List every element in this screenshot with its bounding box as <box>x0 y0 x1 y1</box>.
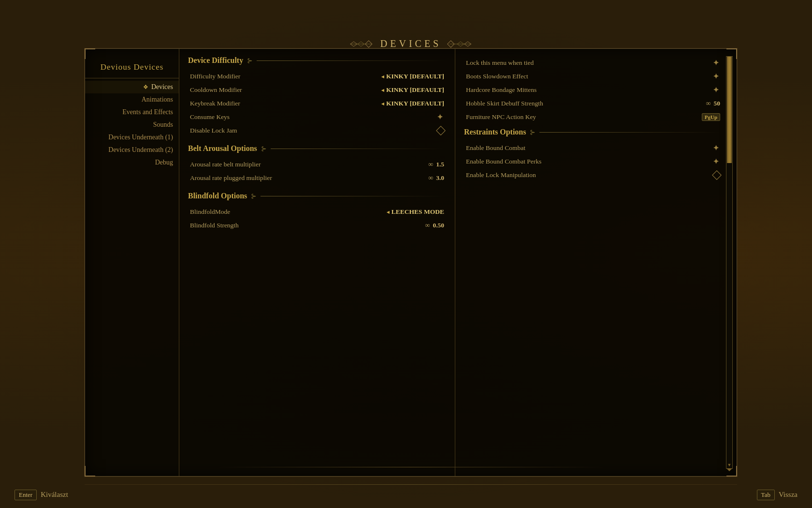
setting-enable-lock-manipulation[interactable]: Enable Lock Manipulation <box>464 168 722 182</box>
arrow-left-cooldown: ◂ <box>381 87 384 93</box>
setting-difficulty-modifier[interactable]: Difficulty Modifier ◂ KINKY [DEFAULT] <box>188 70 446 83</box>
scrollbar-container[interactable]: ▲ ▼ <box>726 56 733 469</box>
setting-arousal-plugged[interactable]: Arousal rate plugged multiplier ∞ 3.0 <box>188 171 446 185</box>
sidebar: Devious Devices ❖ Devices Animations Eve… <box>85 49 179 476</box>
setting-consume-keys[interactable]: Consume Keys ✦ <box>188 110 446 124</box>
section-line-1 <box>257 60 446 61</box>
right-ornament <box>447 40 474 48</box>
sidebar-item-devices-under-2[interactable]: Devices Underneath (2) <box>85 144 179 156</box>
enter-hint: Enter Kiválaszt <box>14 490 68 500</box>
sidebar-item-devices-under-1-label: Devices Underneath (1) <box>108 134 173 141</box>
setting-label-cooldown: Cooldown Modifier <box>190 86 242 94</box>
setting-blindfold-strength[interactable]: Blindfold Strength ∞ 0.50 <box>188 219 446 232</box>
setting-furniture-npc[interactable]: Furniture NPC Action Key PgUp <box>464 110 722 124</box>
diamond-icon-lock-jam <box>436 126 446 135</box>
section-line-3 <box>261 196 446 196</box>
scrollbar-track: ▲ ▼ <box>726 56 733 469</box>
setting-value-blindfold-strength: ∞ 0.50 <box>425 222 444 229</box>
right-top-section: Lock this menu when tied ✦ Boots Slowdow… <box>464 56 722 124</box>
setting-enable-bound-combat-perks[interactable]: Enable Bound Combat Perks ✦ <box>464 155 722 168</box>
title-bar: DEVICES <box>348 38 474 49</box>
setting-label-enable-lock-manipulation: Enable Lock Manipulation <box>466 171 536 179</box>
setting-blindfold-mode[interactable]: BlindfoldMode ◂ LEECHES MODE <box>188 205 446 219</box>
content-right: Lock this menu when tied ✦ Boots Slowdow… <box>455 49 737 476</box>
setting-hardcore-mittens[interactable]: Hardcore Bondage Mittens ✦ <box>464 83 722 97</box>
setting-value-enable-lock-manipulation <box>713 172 720 179</box>
sidebar-item-debug[interactable]: Debug <box>85 156 179 169</box>
content-area: Device Difficulty ⊱ Difficulty Modifier … <box>179 49 737 476</box>
setting-label-enable-bound-combat-perks: Enable Bound Combat Perks <box>466 158 541 165</box>
sidebar-item-devices-under-2-label: Devices Underneath (2) <box>108 146 173 154</box>
setting-arousal-belt[interactable]: Arousal rate belt multiplier ∞ 1.5 <box>188 158 446 171</box>
section-ornament-1: ⊱ <box>247 57 253 65</box>
sidebar-item-devices-under-1[interactable]: Devices Underneath (1) <box>85 131 179 144</box>
panel-bottom-deco <box>216 467 607 467</box>
setting-label-hardcore-mittens: Hardcore Bondage Mittens <box>466 86 536 94</box>
arrow-left-difficulty: ◂ <box>381 74 384 80</box>
setting-label-lock-menu: Lock this menu when tied <box>466 59 534 67</box>
cross-icon-consume: ✦ <box>435 113 444 121</box>
setting-value-hobble-skirt: ∞ 50 <box>706 100 720 107</box>
diamond-icon-lock-manipulation <box>712 170 722 180</box>
setting-disable-lock-jam[interactable]: Disable Lock Jam <box>188 124 446 137</box>
setting-value-furniture-npc: PgUp <box>702 113 720 121</box>
setting-label-boots-slowdown: Boots Slowdown Effect <box>466 73 528 80</box>
setting-label-enable-bound-combat: Enable Bound Combat <box>466 144 525 152</box>
setting-value-cooldown: ◂ KINKY [DEFAULT] <box>381 86 444 94</box>
section-ornament-restraints: ⊱ <box>530 128 536 136</box>
section-label-blindfold: Blindfold Options <box>188 192 247 200</box>
section-ornament-3: ⊱ <box>251 192 257 200</box>
content-left: Device Difficulty ⊱ Difficulty Modifier … <box>179 49 455 476</box>
sidebar-item-events-effects[interactable]: Events and Effects <box>85 106 179 119</box>
cross-icon-bound-combat-perks: ✦ <box>711 157 720 166</box>
tab-badge: Tab <box>757 490 775 500</box>
setting-boots-slowdown[interactable]: Boots Slowdown Effect ✦ <box>464 70 722 83</box>
section-header-belt: Belt Arousal Options ⊱ <box>188 144 446 153</box>
page-title: DEVICES <box>380 38 441 49</box>
sidebar-item-animations-label: Animations <box>142 96 173 104</box>
setting-label-blindfold-mode: BlindfoldMode <box>190 208 230 216</box>
scrollbar-thumb[interactable] <box>727 57 732 163</box>
device-icon: ❖ <box>143 84 148 91</box>
setting-cooldown-modifier[interactable]: Cooldown Modifier ◂ KINKY [DEFAULT] <box>188 83 446 97</box>
section-label-device-difficulty: Device Difficulty <box>188 56 243 65</box>
infinity-icon-blindfold: ∞ <box>425 222 430 229</box>
sidebar-item-sounds-label: Sounds <box>153 121 173 129</box>
section-label-belt: Belt Arousal Options <box>188 144 257 153</box>
setting-enable-bound-combat[interactable]: Enable Bound Combat ✦ <box>464 141 722 155</box>
key-badge-pgup: PgUp <box>702 113 720 121</box>
sidebar-item-sounds[interactable]: Sounds <box>85 119 179 131</box>
enter-hint-text: Kiválaszt <box>41 491 68 499</box>
setting-value-boots-slowdown: ✦ <box>711 72 720 81</box>
sidebar-item-debug-label: Debug <box>155 159 173 166</box>
sidebar-item-devices[interactable]: ❖ Devices <box>85 81 179 93</box>
setting-value-keybreak: ◂ KINKY [DEFAULT] <box>381 100 444 107</box>
scrollbar-arrow-down[interactable]: ▼ <box>727 463 732 467</box>
section-header-restraints: Restraints Options ⊱ <box>464 128 722 136</box>
setting-value-difficulty: ◂ KINKY [DEFAULT] <box>381 73 444 80</box>
sidebar-title: Devious Devices <box>85 59 179 78</box>
setting-label-disable-lock-jam: Disable Lock Jam <box>190 127 237 134</box>
setting-label-furniture-npc: Furniture NPC Action Key <box>466 113 536 121</box>
setting-keybreak-modifier[interactable]: Keybreak Modifier ◂ KINKY [DEFAULT] <box>188 97 446 110</box>
tab-hint: Tab Vissza <box>757 490 798 500</box>
arrow-left-blindfold: ◂ <box>387 209 390 215</box>
left-ornament <box>348 40 375 48</box>
setting-label-consume-keys: Consume Keys <box>190 113 230 121</box>
setting-label-hobble-skirt: Hobble Skirt Debuff Strength <box>466 100 543 107</box>
cross-icon-mittens: ✦ <box>711 86 720 94</box>
cross-icon-bound-combat: ✦ <box>711 144 720 152</box>
main-panel: DEVICES Devious Devices ❖ Devices Animat… <box>85 48 737 477</box>
sidebar-item-animations[interactable]: Animations <box>85 93 179 106</box>
infinity-icon-belt: ∞ <box>428 161 433 168</box>
setting-hobble-skirt[interactable]: Hobble Skirt Debuff Strength ∞ 50 <box>464 97 722 110</box>
setting-value-disable-lock-jam <box>437 127 444 134</box>
setting-lock-menu[interactable]: Lock this menu when tied ✦ <box>464 56 722 70</box>
setting-value-lock-menu: ✦ <box>711 59 720 67</box>
tab-hint-text: Vissza <box>779 491 798 499</box>
setting-label-difficulty: Difficulty Modifier <box>190 73 240 80</box>
bottom-bar: Enter Kiválaszt Tab Vissza <box>0 481 812 508</box>
section-ornament-2: ⊱ <box>261 145 267 153</box>
setting-label-blindfold-strength: Blindfold Strength <box>190 222 239 229</box>
section-header-blindfold: Blindfold Options ⊱ <box>188 192 446 200</box>
